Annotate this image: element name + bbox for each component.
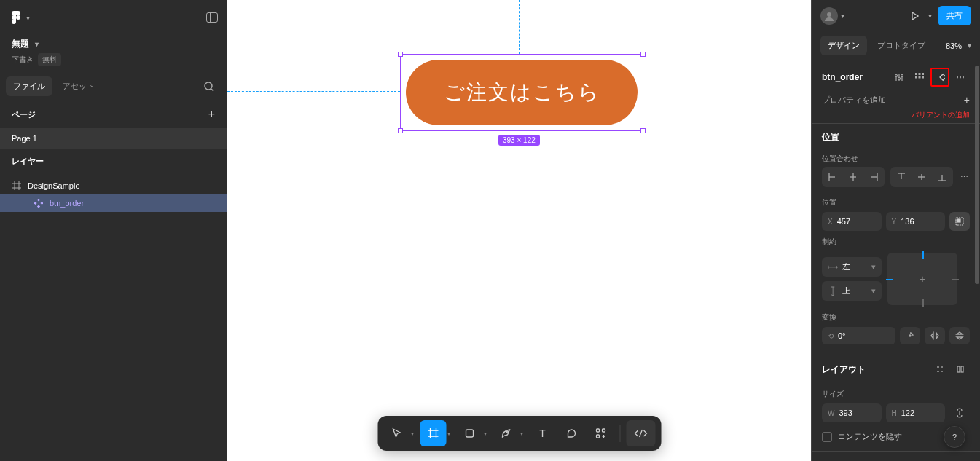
lock-aspect-icon[interactable] — [949, 403, 970, 422]
tab-design[interactable]: デザイン — [820, 36, 867, 55]
chevron-down-icon[interactable]: ▾ — [447, 430, 450, 437]
chevron-down-icon[interactable]: ▾ — [928, 12, 932, 20]
abs-position-icon[interactable] — [949, 212, 970, 231]
autolayout-h-icon[interactable] — [951, 360, 970, 379]
left-panel: ▾ 無題▾ 下書き 無料 ファイル アセット ページ + Page 1 レイヤー… — [0, 0, 227, 461]
panel-toggle-icon[interactable] — [206, 12, 218, 23]
svg-point-0 — [16, 15, 20, 20]
chevron-down-icon: ▾ — [841, 12, 844, 20]
layers-header: レイヤー — [12, 156, 44, 167]
pages-header: ページ — [12, 109, 36, 120]
constraint-visual[interactable]: + — [887, 253, 957, 305]
x-field[interactable]: X457 — [822, 212, 882, 231]
svg-rect-56 — [957, 366, 960, 372]
actions-tool[interactable] — [587, 420, 614, 446]
grid-icon[interactable] — [910, 68, 929, 87]
align-hcenter-icon[interactable] — [844, 168, 863, 186]
clip-checkbox[interactable] — [822, 432, 832, 442]
resize-handle-bl[interactable] — [398, 128, 403, 133]
pen-tool[interactable] — [493, 420, 519, 446]
svg-rect-31 — [919, 73, 921, 75]
svg-point-29 — [901, 75, 903, 77]
layer-frame[interactable]: DesignSample — [0, 177, 227, 194]
canvas[interactable]: ご注文はこちら 393 × 122 ▾ ▾ ▾ ▾ T — [227, 0, 811, 461]
constraint-label: 制約 — [812, 234, 980, 248]
annotation-label: バリアントの追加 — [812, 110, 980, 120]
zoom-control[interactable]: 83% ▾ — [946, 42, 971, 50]
y-field[interactable]: Y136 — [886, 212, 946, 231]
svg-rect-9 — [34, 202, 37, 205]
add-property-icon[interactable]: + — [964, 94, 970, 106]
autolayout-v-icon[interactable] — [930, 360, 949, 379]
component-icon — [34, 199, 44, 208]
doc-status: 下書き — [12, 55, 34, 65]
selection-box[interactable] — [400, 54, 643, 131]
resize-handle-tl[interactable] — [398, 52, 403, 57]
corner-radius-icon[interactable] — [900, 327, 920, 344]
bottom-toolbar: ▾ ▾ ▾ ▾ T — [377, 416, 661, 451]
help-button[interactable]: ? — [944, 426, 965, 448]
layer-component[interactable]: btn_order — [0, 194, 227, 212]
chevron-down-icon[interactable]: ▾ — [484, 430, 487, 437]
svg-line-2 — [211, 89, 213, 91]
align-vcenter-icon[interactable] — [912, 168, 931, 186]
search-icon[interactable] — [203, 81, 215, 92]
text-tool[interactable]: T — [529, 420, 555, 446]
resize-handle-br[interactable] — [640, 128, 646, 133]
move-tool[interactable] — [383, 420, 409, 446]
flip-v-icon[interactable] — [949, 327, 970, 344]
align-top-icon[interactable] — [892, 168, 911, 186]
add-page-icon[interactable]: + — [208, 108, 215, 121]
share-button[interactable]: 共有 — [938, 6, 971, 25]
frame-icon — [12, 181, 22, 190]
layout-header: レイアウト — [822, 363, 866, 376]
size-label: サイズ — [812, 386, 980, 401]
user-menu[interactable]: ▾ — [820, 7, 844, 25]
svg-rect-10 — [40, 202, 43, 205]
chevron-down-icon: ▾ — [968, 42, 971, 50]
pos-label: 位置 — [812, 194, 980, 209]
chevron-down-icon[interactable]: ▾ — [520, 430, 523, 437]
chevron-down-icon[interactable]: ▾ — [411, 430, 414, 437]
tab-prototype[interactable]: プロトタイプ — [870, 36, 933, 55]
figma-logo-icon — [9, 10, 23, 25]
svg-rect-7 — [37, 199, 40, 202]
width-field[interactable]: W393 — [822, 403, 882, 422]
layer-frame-name: DesignSample — [28, 181, 80, 190]
shape-tool[interactable] — [456, 420, 482, 446]
flip-h-icon[interactable] — [925, 327, 945, 344]
dev-mode-button[interactable] — [626, 420, 655, 446]
more-icon[interactable]: ⋯ — [951, 68, 970, 87]
comment-tool[interactable] — [558, 420, 584, 446]
tab-file[interactable]: ファイル — [6, 76, 52, 96]
svg-point-16 — [506, 431, 508, 433]
dimensions-badge: 393 × 122 — [498, 135, 540, 146]
add-property-label[interactable]: プロパティを追加 — [822, 95, 886, 106]
svg-point-1 — [205, 82, 212, 90]
page-item[interactable]: Page 1 — [0, 128, 227, 149]
document-title[interactable]: 無題▾ — [12, 38, 215, 50]
plan-tag: 無料 — [38, 53, 61, 66]
more-align-icon[interactable]: ⋯ — [959, 168, 970, 186]
svg-point-23 — [827, 12, 831, 17]
resize-handle-tr[interactable] — [640, 52, 646, 57]
svg-rect-33 — [915, 76, 917, 79]
settings-icon[interactable] — [890, 68, 909, 87]
svg-rect-15 — [466, 430, 473, 437]
transform-label: 変換 — [812, 310, 980, 324]
add-variant-icon[interactable] — [930, 68, 949, 87]
align-bottom-icon[interactable] — [933, 168, 952, 186]
rotation-field[interactable]: ⟲0° — [822, 327, 895, 344]
height-field[interactable]: H122 — [886, 403, 946, 422]
align-left-icon[interactable] — [823, 168, 842, 186]
figma-menu[interactable]: ▾ — [9, 10, 30, 25]
constraint-v-field[interactable]: ⟼上▾ — [822, 281, 882, 301]
tab-asset[interactable]: アセット — [55, 76, 102, 96]
chevron-down-icon: ▾ — [26, 14, 30, 22]
scrollbar[interactable] — [974, 66, 980, 461]
frame-tool[interactable] — [420, 420, 446, 446]
align-label: 位置合わせ — [812, 151, 980, 165]
play-icon[interactable] — [909, 11, 920, 21]
align-right-icon[interactable] — [864, 168, 883, 186]
constraint-h-field[interactable]: ⟼左▾ — [822, 257, 882, 277]
